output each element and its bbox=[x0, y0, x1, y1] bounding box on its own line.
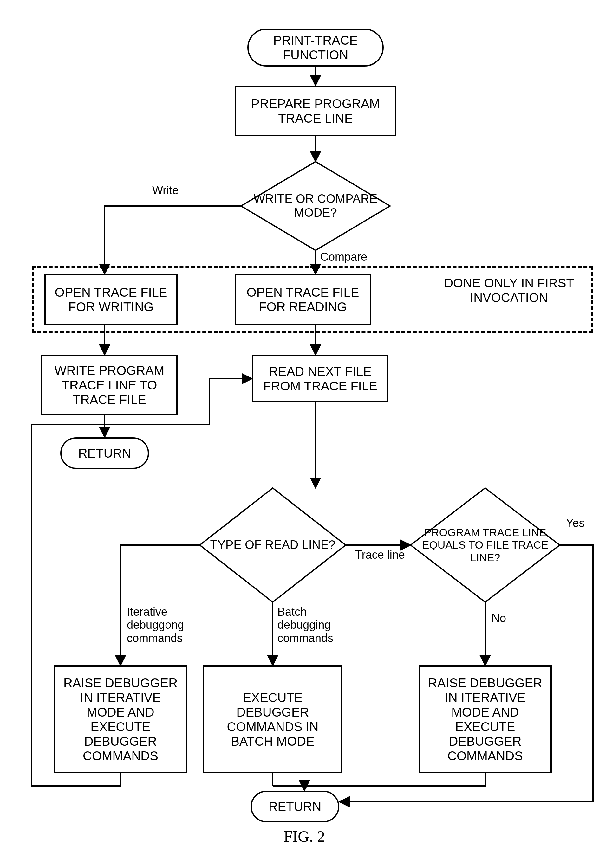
edge-label-iterative-commands: Iterative debuggong commands bbox=[127, 605, 206, 644]
node-open-trace-file-reading: OPEN TRACE FILE FOR READING bbox=[235, 274, 371, 325]
node-return-left: RETURN bbox=[60, 437, 149, 469]
node-label: PRINT-TRACE FUNCTION bbox=[255, 33, 376, 62]
node-label: PREPARE PROGRAM TRACE LINE bbox=[240, 96, 391, 126]
node-type-of-read-line: TYPE OF READ LINE? bbox=[200, 488, 346, 602]
node-label: RAISE DEBUGGER IN ITERATIVE MODE AND EXE… bbox=[424, 676, 546, 763]
node-label: RETURN bbox=[78, 446, 131, 461]
edge-label-batch-commands: Batch debugging commands bbox=[277, 605, 357, 644]
edge-label-trace-line: Trace line bbox=[355, 548, 406, 561]
node-execute-debugger-batch: EXECUTE DEBUGGER COMMANDS IN BATCH MODE bbox=[203, 665, 342, 773]
node-label: PROGRAM TRACE LINE EQUALS TO FILE TRACE … bbox=[414, 526, 557, 563]
flowchart-canvas: PRINT-TRACE FUNCTION PREPARE PROGRAM TRA… bbox=[13, 13, 599, 868]
edge-label-compare: Compare bbox=[320, 250, 367, 263]
node-label: TYPE OF READ LINE? bbox=[210, 538, 336, 552]
node-open-trace-file-writing: OPEN TRACE FILE FOR WRITING bbox=[44, 274, 178, 325]
node-label: OPEN TRACE FILE FOR READING bbox=[240, 285, 365, 314]
node-raise-debugger-iterative-right: RAISE DEBUGGER IN ITERATIVE MODE AND EXE… bbox=[418, 665, 552, 773]
node-label: OPEN TRACE FILE FOR WRITING bbox=[50, 285, 172, 314]
node-label: WRITE OR COMPARE MODE? bbox=[244, 192, 387, 219]
figure-caption: FIG. 2 bbox=[257, 827, 352, 845]
node-label: READ NEXT FILE FROM TRACE FILE bbox=[258, 364, 383, 393]
node-label: EXECUTE DEBUGGER COMMANDS IN BATCH MODE bbox=[209, 690, 337, 748]
group-note-first-invocation: DONE ONLY IN FIRST INVOCATION bbox=[441, 276, 577, 305]
node-label: RAISE DEBUGGER IN ITERATIVE MODE AND EXE… bbox=[60, 676, 181, 763]
node-trace-line-equals: PROGRAM TRACE LINE EQUALS TO FILE TRACE … bbox=[411, 488, 560, 602]
node-prepare-trace-line: PREPARE PROGRAM TRACE LINE bbox=[235, 86, 396, 136]
edge-label-write: Write bbox=[152, 184, 179, 197]
node-label: WRITE PROGRAM TRACE LINE TO TRACE FILE bbox=[47, 363, 172, 407]
node-read-next-file: READ NEXT FILE FROM TRACE FILE bbox=[252, 355, 388, 402]
node-start-terminator: PRINT-TRACE FUNCTION bbox=[247, 29, 384, 66]
node-write-trace-line: WRITE PROGRAM TRACE LINE TO TRACE FILE bbox=[41, 355, 178, 415]
edge-label-no: No bbox=[492, 612, 506, 625]
node-write-or-compare-label: WRITE OR COMPARE MODE? bbox=[241, 162, 390, 250]
node-return-bottom: RETURN bbox=[250, 791, 339, 822]
edge-label-yes: Yes bbox=[566, 517, 585, 530]
node-raise-debugger-iterative-left: RAISE DEBUGGER IN ITERATIVE MODE AND EXE… bbox=[54, 665, 187, 773]
node-label: RETURN bbox=[269, 799, 322, 814]
